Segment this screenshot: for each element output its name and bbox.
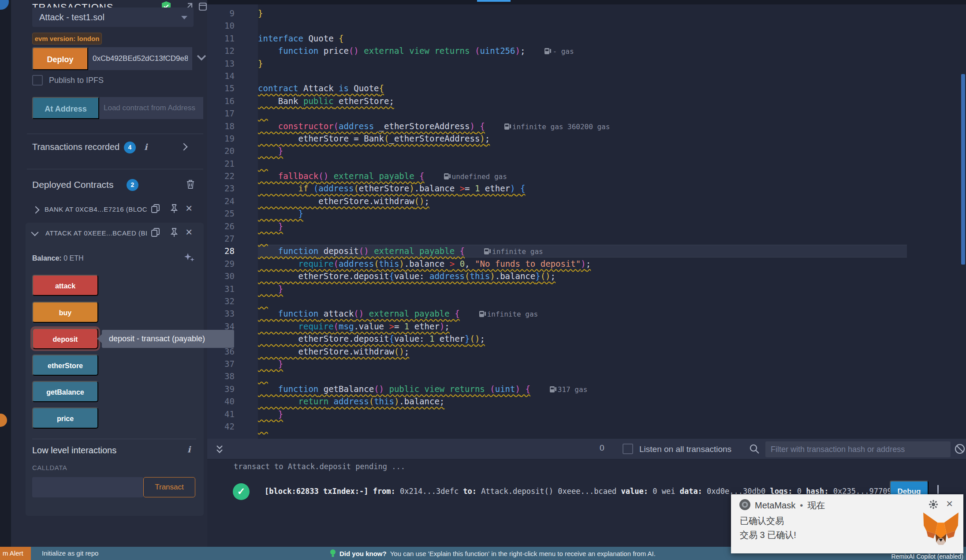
contract-select[interactable]: Attack - test1.sol	[32, 7, 194, 27]
pin-icon[interactable]	[169, 203, 179, 214]
contract-select-value: Attack - test1.sol	[39, 12, 104, 22]
code-line: }	[258, 57, 907, 70]
notification-heading: 已确认交易	[740, 515, 784, 527]
code-editor[interactable]: 9101112131415161718192021222324252627282…	[207, 4, 966, 439]
fn-button-buy[interactable]: buy	[32, 302, 98, 323]
deploy-button[interactable]: Deploy	[32, 47, 88, 70]
expand-transactions-icon[interactable]	[180, 143, 188, 151]
line-number: 17	[207, 107, 247, 119]
code-line: interface Quote {	[258, 32, 907, 45]
line-number: 13	[207, 57, 247, 70]
fn-button-attack[interactable]: attack	[32, 275, 98, 296]
contract-item-bank[interactable]: BANK AT 0XCB4...E7216 (BLOCI	[45, 205, 147, 213]
deployed-contracts-label: Deployed Contracts	[32, 179, 113, 190]
calldata-label: CALLDATA	[32, 464, 67, 471]
at-address-button[interactable]: At Address	[32, 97, 99, 119]
ai-sparkles-icon[interactable]	[183, 251, 195, 264]
gas-estimate: infinite gas 360200 gas	[504, 121, 610, 133]
fn-button-deposit[interactable]: deposit	[32, 328, 98, 349]
copy-icon[interactable]	[150, 203, 161, 214]
code-line: Bank public etherStore;	[258, 95, 907, 107]
low-level-title: Low level interactions	[32, 445, 116, 455]
gas-pump-icon	[479, 311, 484, 317]
info-icon[interactable]	[187, 444, 190, 454]
remix-ide-window: TRANSACTIONS Attack - test1.sol evm vers…	[0, 0, 966, 560]
code-line: if (address(etherStore).balance >= 1 eth…	[258, 182, 907, 194]
code-line	[258, 420, 907, 433]
remixai-copilot-status[interactable]: RemixAI Copilot (enabled)	[891, 553, 963, 560]
log-expand-chevron-icon[interactable]	[937, 485, 939, 493]
deploy-expand-chevron-icon[interactable]	[195, 52, 208, 63]
clear-console-icon[interactable]	[954, 443, 966, 455]
fn-button-etherstore[interactable]: etherStore	[32, 355, 98, 376]
rail-plugin-icon[interactable]	[0, 0, 9, 10]
pin-icon[interactable]	[169, 227, 179, 238]
line-number: 28	[207, 245, 247, 257]
editor-tabstrip	[207, 0, 966, 4]
fn-button-label: attack	[55, 282, 75, 290]
tip-label: Did you know?	[339, 550, 387, 557]
line-number: 31	[207, 283, 247, 295]
copy-icon[interactable]	[150, 227, 161, 238]
icon-rail	[0, 0, 11, 547]
transact-button[interactable]: Transact	[143, 477, 195, 497]
remove-contract-icon[interactable]	[186, 203, 192, 213]
scam-alert-button[interactable]: m Alert	[0, 547, 31, 560]
code-line: function getBalance() public view return…	[258, 383, 907, 395]
info-icon[interactable]	[144, 142, 147, 152]
notification-settings-icon[interactable]	[929, 500, 938, 509]
search-icon[interactable]	[749, 443, 760, 455]
line-number: 16	[207, 95, 247, 107]
code-line: }	[258, 283, 907, 295]
popout-window-icon[interactable]	[198, 2, 208, 11]
trash-icon[interactable]	[186, 179, 195, 190]
line-number: 12	[207, 45, 247, 57]
terminal-toolbar: 0 Listen on all transactions	[207, 439, 966, 459]
line-number: 10	[207, 19, 247, 32]
notification-body: 交易 3 已确认!	[740, 529, 796, 541]
code-line: etherStore.deposit{value: 1 ether}();	[258, 332, 907, 345]
line-number: 27	[207, 232, 247, 245]
pending-log-line: transact to Attack.deposit pending ...	[234, 462, 405, 471]
editor-scrollbar[interactable]	[961, 74, 965, 265]
code-line: }	[258, 408, 907, 420]
tip-text: You can use 'Explain this function' in t…	[390, 550, 656, 557]
filter-input[interactable]	[765, 441, 951, 457]
calldata-input[interactable]	[32, 477, 143, 497]
at-address-input[interactable]	[99, 97, 203, 119]
deploy-value-input[interactable]	[88, 47, 192, 70]
git-init-button[interactable]: Initialize as git repo	[42, 547, 98, 560]
remove-contract-icon[interactable]	[186, 227, 192, 237]
code-line: require(address(this).balance > 0, "No f…	[258, 258, 907, 270]
transactions-recorded-label: Transactions recorded	[32, 142, 119, 152]
deployed-contracts-count: 2	[127, 179, 138, 191]
active-tab-indicator[interactable]	[477, 0, 511, 2]
code-line: etherStore.deposit{value: address(this).…	[258, 270, 907, 282]
lightbulb-icon	[330, 549, 336, 558]
fn-button-label: deposit	[53, 336, 78, 343]
contract-item-attack[interactable]: ATTACK AT 0XEEE...BCAED (BL(	[45, 229, 147, 237]
fn-button-price[interactable]: price	[32, 407, 98, 429]
publish-ipfs-checkbox[interactable]	[32, 75, 43, 86]
line-number: 30	[207, 270, 247, 282]
code-line: function price() external view returns (…	[258, 45, 907, 57]
metamask-notification[interactable]: MetaMask•现在 已确认交易 交易 3 已确认!	[731, 494, 963, 553]
fn-button-getbalance[interactable]: getBalance	[32, 381, 98, 402]
code-content[interactable]: }interface Quote { function price() exte…	[258, 7, 907, 433]
fn-button-label: price	[57, 415, 74, 422]
select-caret-icon	[181, 16, 187, 19]
tx-success-icon[interactable]	[233, 483, 250, 500]
bank-expand-icon[interactable]	[32, 206, 40, 214]
line-number: 37	[207, 358, 247, 370]
gas-estimate: undefined gas	[444, 171, 507, 183]
line-number: 38	[207, 370, 247, 382]
code-line: etherStore = Bank(_etherStoreAddress);	[258, 132, 907, 145]
gas-pump-icon	[444, 173, 449, 179]
rail-alert-icon[interactable]	[0, 414, 7, 427]
line-number: 40	[207, 395, 247, 407]
expand-terminal-icon[interactable]	[215, 444, 224, 455]
notification-close-icon[interactable]	[946, 497, 953, 511]
notification-title: MetaMask•现在	[755, 500, 825, 511]
listen-checkbox[interactable]	[623, 444, 633, 454]
deploy-run-panel: TRANSACTIONS Attack - test1.sol evm vers…	[11, 0, 207, 547]
